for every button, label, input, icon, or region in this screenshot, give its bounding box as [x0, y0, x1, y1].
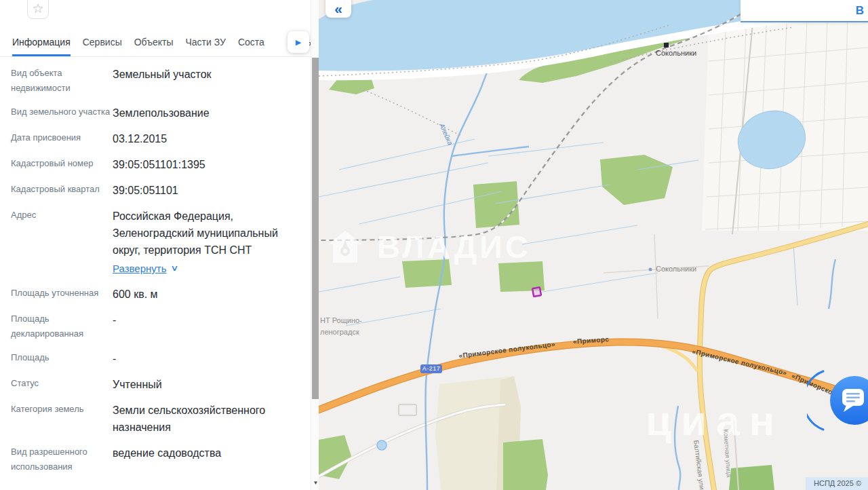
village-marker — [649, 268, 652, 271]
tab-objects[interactable]: Объекты — [134, 37, 174, 56]
vladis-house-icon — [327, 229, 363, 265]
tab-composition[interactable]: Соста — [238, 37, 264, 56]
field-row: Вид разрешенного использования ведение с… — [11, 445, 305, 474]
tab-bar: Информация Сервисы Объекты Части ЗУ Сост… — [0, 29, 311, 57]
field-row: Вид земельного участка Землепользование — [11, 105, 305, 121]
selected-parcel-marker — [532, 287, 541, 297]
search-bar-fragment[interactable]: В — [741, 0, 868, 22]
field-row: Кадастровый номер 39:05:051101:1395 — [11, 156, 305, 173]
chevron-down-icon: ∨ — [170, 260, 178, 277]
field-row: Площадь - — [11, 350, 305, 367]
field-row-address: Адрес Российская Федерация, Зеленоградск… — [11, 208, 305, 277]
field-row: Площадь уточненная 600 кв. м — [11, 286, 305, 303]
field-row: Вид объекта недвижимости Земельный участ… — [11, 66, 305, 96]
map[interactable]: « В Сокольники Сокольники «Приморское по… — [319, 0, 868, 490]
field-row: Дата присвоения 03.12.2015 — [11, 130, 305, 147]
field-row: Кадастровый квартал 39:05:051101 — [11, 182, 305, 199]
vladis-watermark: ВЛАДИС — [327, 228, 531, 265]
tab-services[interactable]: Сервисы — [83, 37, 122, 56]
tabs-scroll-right-button[interactable]: ▶ — [288, 31, 309, 53]
favorite-button[interactable]: ☆ — [27, 0, 49, 19]
panel-collapse-button[interactable]: « — [326, 0, 351, 18]
panel-scrollbar[interactable]: ▼ — [311, 0, 319, 490]
map-attribution: НСПД 2025 © — [806, 477, 868, 490]
star-icon: ☆ — [32, 1, 43, 16]
railway-station-marker — [664, 43, 669, 48]
info-panel: ☆ Информация Сервисы Объекты Части ЗУ Со… — [0, 0, 311, 490]
field-row: Категория земель Земли сельскохозяйствен… — [11, 402, 305, 436]
tab-parcel-parts[interactable]: Части ЗУ — [185, 37, 225, 56]
address-expand-link[interactable]: Развернуть ∨ — [113, 260, 305, 277]
field-list: Вид объекта недвижимости Земельный участ… — [0, 57, 305, 483]
tab-information[interactable]: Информация — [12, 37, 71, 56]
address-value: Российская Федерация, Зеленоградский мун… — [113, 208, 305, 259]
route-badge-a217: А-217 — [420, 364, 442, 373]
cian-watermark: циан — [646, 396, 784, 445]
arrow-right-icon: ▶ — [296, 38, 301, 47]
search-text-fragment: В — [856, 4, 864, 18]
field-row: Статус Учтенный — [11, 376, 305, 393]
chat-widget[interactable] — [807, 366, 868, 437]
cadastral-map-app: { "accent": "#2b7de9", "icons": { "star"… — [0, 0, 868, 490]
double-chevron-left-icon: « — [334, 0, 342, 18]
field-row: Площадь декларированная - — [11, 312, 305, 341]
